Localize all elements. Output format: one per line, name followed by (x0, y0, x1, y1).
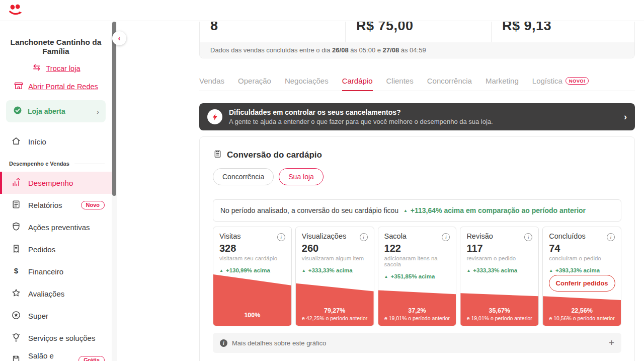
sales-overview-card: 8R$ 75,00R$ 9,13 Dados das vendas conclu… (199, 22, 635, 58)
stage-change: ▲+130,99% acima (219, 267, 285, 273)
ifood-logo[interactable] (8, 4, 23, 17)
flash-icon (207, 109, 222, 124)
toggle-concorrencia[interactable]: Concorrência (213, 168, 274, 185)
section-label: Desempenho e Vendas (9, 161, 69, 167)
sidebar-collapse-button[interactable]: ‹ (112, 31, 126, 45)
period-note-part: Dados das vendas concluídas entre o dia (210, 46, 332, 54)
store-status[interactable]: Loja aberta › (6, 100, 106, 122)
conversion-header: Conversão do cardápio (213, 149, 621, 161)
sidebar-item-label: Pedidos (28, 245, 55, 254)
toggle-sua-loja[interactable]: Sua loja (279, 168, 324, 185)
info-icon[interactable]: i (607, 233, 615, 241)
sidebar-item-avaliacoes[interactable]: Avaliações (0, 282, 112, 305)
tab-negociacoes[interactable]: Negociações (285, 77, 329, 91)
plus-icon[interactable]: + (609, 337, 614, 348)
star-icon (11, 288, 21, 300)
main-content: 8R$ 75,00R$ 9,13 Dados das vendas conclu… (117, 22, 644, 361)
clipboard-icon (213, 149, 222, 161)
stat-column-0: 8 (200, 22, 346, 42)
receipt-icon (11, 244, 21, 255)
stage-change-label: +333,33% acima (473, 267, 517, 273)
info-icon[interactable]: i (442, 233, 450, 241)
sidebar-item-label: Desempenho (28, 179, 73, 187)
up-arrow-icon: ▲ (404, 208, 408, 213)
sidebar-menu: InícioDesempenho e VendasDesempenhoRelat… (0, 130, 112, 361)
sidebar-item-acoes-preventivas[interactable]: Ações preventivas (0, 216, 112, 238)
sidebar-item-inicio[interactable]: Início (0, 130, 112, 153)
stage-change-label: +393,33% acima (555, 267, 600, 273)
conversion-pct: 100% (213, 312, 291, 319)
stage-description: visualizaram algum item (302, 255, 368, 261)
tab-clientes[interactable]: Clientes (386, 77, 414, 91)
stat-value: R$ 9,13 (502, 22, 634, 34)
up-arrow-icon: ▲ (549, 268, 553, 273)
sidebar-item-super[interactable]: Super (0, 305, 112, 327)
funnel-card-revisao: Revisãoi117revisaram o pedido▲+333,33% a… (460, 227, 539, 326)
tab-label: Concorrência (427, 77, 472, 85)
stage-change: ▲+333,33% acima (466, 267, 532, 273)
super-icon (11, 310, 21, 322)
stage-change-label: +130,99% acima (226, 267, 270, 273)
period-note-part: 26/08 (332, 46, 349, 54)
sidebar-item-desempenho[interactable]: Desempenho (0, 172, 112, 194)
info-icon[interactable]: i (277, 233, 285, 241)
cancellation-banner[interactable]: Dificuldades em controlar os seus cancel… (199, 103, 635, 130)
info-icon[interactable]: i (524, 233, 532, 241)
shield-icon (11, 222, 21, 233)
sales-period-note: Dados das vendas concluídas entre o dia … (200, 42, 634, 58)
sidebar-item-label: Super (28, 312, 48, 320)
previous-period-pct: e 10,56% o período anterior (543, 315, 621, 321)
conversion-pct: 35,67% (460, 307, 538, 314)
stage-value: 260 (302, 243, 368, 254)
stage-change-label: +333,33% acima (308, 267, 353, 273)
tab-logistica[interactable]: LogísticaNOVO! (532, 77, 589, 91)
funnel-segment-label: 100% (213, 312, 291, 319)
tab-label: Vendas (199, 77, 224, 85)
stage-title: Visitas (219, 232, 240, 240)
period-note-part: às 04:59 (399, 46, 426, 54)
sidebar-link-abrir-portal-de-redes[interactable]: Abrir Portal de Redes (0, 81, 112, 92)
sidebar-item-financeiro[interactable]: $Financeiro (0, 260, 112, 282)
sidebar-item-servicos-e-solucoes[interactable]: Serviços e soluções (0, 327, 112, 349)
sidebar-item-salao-e-caixinha[interactable]: Salão e CaixinhaGrátis (0, 349, 112, 361)
funnel-segment (213, 227, 291, 326)
sidebar-link-trocar-loja[interactable]: Trocar loja (0, 62, 112, 74)
report-icon (11, 199, 21, 211)
banner-subtitle: A gente te ajuda a entender o que fazer … (229, 118, 493, 125)
dollar-icon: $ (11, 266, 21, 277)
tab-marketing[interactable]: Marketing (486, 77, 519, 91)
up-arrow-icon: ▲ (219, 268, 223, 273)
section-divider (74, 164, 105, 164)
stage-description: adicionaram itens na sacola (384, 255, 450, 267)
sidebar-section-desempenho-e-vendas: Desempenho e Vendas (0, 161, 112, 167)
home-icon (11, 136, 21, 148)
sidebar: Lanchonete Cantinho da Família Trocar lo… (0, 22, 112, 361)
chart-details-expander[interactable]: i Mais detalhes sobre este gráfico + (213, 333, 621, 353)
tab-concorrencia[interactable]: Concorrência (427, 77, 472, 91)
details-label: Mais detalhes sobre este gráfico (232, 339, 326, 347)
chevron-right-icon[interactable]: › (624, 112, 627, 122)
sidebar-scrollbar[interactable] (112, 22, 117, 361)
chevron-right-icon: › (97, 107, 99, 116)
store-status-label: Loja aberta (28, 107, 65, 115)
stage-change-label: +351,85% acima (391, 273, 435, 279)
up-arrow-icon: ▲ (302, 268, 306, 273)
stage-description: concluíram o pedido (549, 255, 615, 261)
svg-text:$: $ (14, 266, 19, 274)
tab-operacao[interactable]: Operação (238, 77, 271, 91)
conversion-toggles: ConcorrênciaSua loja (213, 168, 621, 185)
badge-novo: NOVO! (566, 77, 589, 85)
info-icon[interactable]: i (360, 233, 368, 241)
banner-text: Dificuldades em controlar os seus cancel… (229, 108, 493, 125)
sidebar-item-relatorios[interactable]: RelatóriosNovo (0, 194, 112, 216)
stage-change: ▲+333,33% acima (302, 267, 368, 273)
sidebar-item-pedidos[interactable]: Pedidos (0, 238, 112, 260)
summary-highlight: +113,64% acima em comparação ao período … (411, 206, 586, 214)
tab-cardapio[interactable]: Cardápio (342, 77, 373, 91)
stat-value: R$ 75,00 (356, 22, 491, 34)
scrollbar-thumb[interactable] (112, 22, 116, 196)
sales-overview-values: 8R$ 75,00R$ 9,13 (200, 22, 634, 42)
tab-vendas[interactable]: Vendas (199, 77, 224, 91)
check-orders-button[interactable]: Conferir pedidos (549, 275, 615, 292)
funnel-segment-label: 79,27%e 42,25% o período anterior (296, 307, 374, 321)
